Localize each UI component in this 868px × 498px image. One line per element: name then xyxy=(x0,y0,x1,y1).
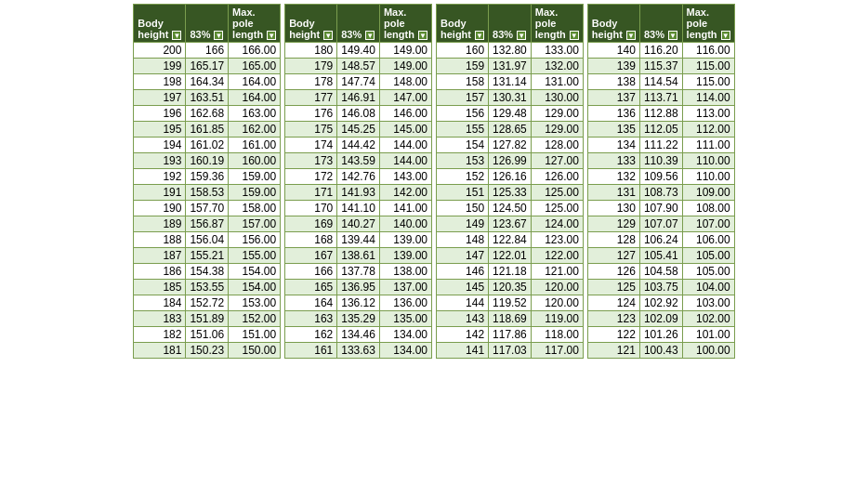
table-row: 136112.88113.00 xyxy=(587,106,734,122)
cell-max-pole: 107.00 xyxy=(682,216,734,232)
max-pole-dropdown[interactable]: ▼ xyxy=(267,31,276,40)
cell-83pct: 163.51 xyxy=(186,90,229,106)
cell-83pct: 157.70 xyxy=(186,201,229,216)
body-height-dropdown[interactable]: ▼ xyxy=(172,31,181,40)
col-header-body-height[interactable]: Bodyheight ▼ xyxy=(587,5,639,43)
cell-max-pole: 132.00 xyxy=(531,59,583,74)
cell-body-height: 171 xyxy=(285,185,337,201)
cell-max-pole: 165.00 xyxy=(229,59,281,74)
table-row: 147122.01122.00 xyxy=(437,248,584,264)
cell-83pct: 122.01 xyxy=(489,248,532,264)
table-row: 197163.51164.00 xyxy=(134,90,281,106)
cell-83pct: 123.67 xyxy=(489,216,532,232)
cell-83pct: 151.89 xyxy=(186,311,229,327)
table-row: 195161.85162.00 xyxy=(134,122,281,138)
table-row: 198164.34164.00 xyxy=(134,74,281,90)
cell-83pct: 113.71 xyxy=(639,90,682,106)
cell-body-height: 170 xyxy=(285,201,337,216)
col-header-83pct[interactable]: 83% ▼ xyxy=(489,5,532,43)
cell-83pct: 133.63 xyxy=(337,343,380,359)
body-height-dropdown[interactable]: ▼ xyxy=(323,31,333,40)
cell-83pct: 130.31 xyxy=(489,90,532,106)
cell-83pct: 126.99 xyxy=(489,153,532,169)
body-height-dropdown[interactable]: ▼ xyxy=(626,31,636,40)
cell-max-pole: 154.00 xyxy=(229,264,281,280)
cell-body-height: 136 xyxy=(587,106,639,122)
max-pole-dropdown[interactable]: ▼ xyxy=(570,31,579,40)
col-header-max-pole-length[interactable]: Max.polelength ▼ xyxy=(379,5,431,43)
table-row: 149123.67124.00 xyxy=(437,216,584,232)
cell-body-height: 149 xyxy=(437,216,489,232)
cell-83pct: 158.53 xyxy=(186,185,229,201)
table-row: 182151.06151.00 xyxy=(134,327,281,343)
cell-body-height: 121 xyxy=(587,343,639,359)
col-header-83pct[interactable]: 83% ▼ xyxy=(337,5,380,43)
cell-max-pole: 105.00 xyxy=(682,264,734,280)
col-header-body-height[interactable]: Bodyheight ▼ xyxy=(134,5,186,43)
cell-max-pole: 119.00 xyxy=(531,311,583,327)
table-row: 199165.17165.00 xyxy=(134,59,281,74)
cell-body-height: 172 xyxy=(285,169,337,185)
cell-83pct: 121.18 xyxy=(489,264,532,280)
cell-body-height: 147 xyxy=(437,248,489,264)
cell-max-pole: 127.00 xyxy=(531,153,583,169)
cell-max-pole: 135.00 xyxy=(379,311,431,327)
cell-body-height: 148 xyxy=(437,232,489,248)
table-row: 161133.63134.00 xyxy=(285,343,432,359)
cell-max-pole: 106.00 xyxy=(682,232,734,248)
cell-max-pole: 122.00 xyxy=(531,248,583,264)
cell-max-pole: 129.00 xyxy=(531,122,583,138)
cell-83pct: 124.50 xyxy=(489,201,532,216)
cell-83pct: 109.56 xyxy=(639,169,682,185)
cell-max-pole: 156.00 xyxy=(229,232,281,248)
table-row: 178147.74148.00 xyxy=(285,74,432,90)
table-row: 121100.43100.00 xyxy=(587,343,734,359)
table-row: 187155.21155.00 xyxy=(134,248,281,264)
cell-max-pole: 134.00 xyxy=(379,343,431,359)
table-row: 194161.02161.00 xyxy=(134,138,281,153)
max-pole-dropdown[interactable]: ▼ xyxy=(418,31,427,40)
cell-body-height: 129 xyxy=(587,216,639,232)
cell-body-height: 151 xyxy=(437,185,489,201)
table-row: 156129.48129.00 xyxy=(437,106,584,122)
col-header-83pct[interactable]: 83% ▼ xyxy=(186,5,229,43)
table-row: 164136.12136.00 xyxy=(285,295,432,311)
cell-body-height: 200 xyxy=(134,43,186,59)
cell-83pct: 114.54 xyxy=(639,74,682,90)
cell-83pct: 117.86 xyxy=(489,327,532,343)
table-row: 189156.87157.00 xyxy=(134,216,281,232)
col-header-max-pole-length[interactable]: Max.polelength ▼ xyxy=(229,5,281,43)
cell-83pct: 139.44 xyxy=(337,232,380,248)
cell-83pct: 127.82 xyxy=(489,138,532,153)
83pct-dropdown[interactable]: ▼ xyxy=(517,31,526,40)
cell-body-height: 182 xyxy=(134,327,186,343)
cell-max-pole: 124.00 xyxy=(531,216,583,232)
max-pole-dropdown[interactable]: ▼ xyxy=(721,31,730,40)
cell-max-pole: 145.00 xyxy=(379,122,431,138)
cell-83pct: 104.58 xyxy=(639,264,682,280)
col-header-max-pole-length[interactable]: Max.polelength ▼ xyxy=(531,5,583,43)
table-row: 163135.29135.00 xyxy=(285,311,432,327)
cell-body-height: 180 xyxy=(285,43,337,59)
83pct-dropdown[interactable]: ▼ xyxy=(668,31,677,40)
cell-max-pole: 166.00 xyxy=(229,43,281,59)
cell-max-pole: 148.00 xyxy=(379,74,431,90)
col-header-body-height[interactable]: Bodyheight ▼ xyxy=(285,5,337,43)
cell-83pct: 140.27 xyxy=(337,216,380,232)
table-row: 151125.33125.00 xyxy=(437,185,584,201)
table-row: 132109.56110.00 xyxy=(587,169,734,185)
cell-body-height: 174 xyxy=(285,138,337,153)
col-header-83pct[interactable]: 83% ▼ xyxy=(639,5,682,43)
cell-body-height: 199 xyxy=(134,59,186,74)
83pct-dropdown[interactable]: ▼ xyxy=(214,31,223,40)
cell-83pct: 111.22 xyxy=(639,138,682,153)
table-row: 130107.90108.00 xyxy=(587,201,734,216)
table-row: 200166166.00 xyxy=(134,43,281,59)
col-header-body-height[interactable]: Bodyheight ▼ xyxy=(437,5,489,43)
col-header-max-pole-length[interactable]: Max.polelength ▼ xyxy=(682,5,734,43)
cell-83pct: 166 xyxy=(186,43,229,59)
83pct-dropdown[interactable]: ▼ xyxy=(365,31,375,40)
cell-max-pole: 140.00 xyxy=(379,216,431,232)
body-height-dropdown[interactable]: ▼ xyxy=(475,31,484,40)
table-row: 153126.99127.00 xyxy=(437,153,584,169)
